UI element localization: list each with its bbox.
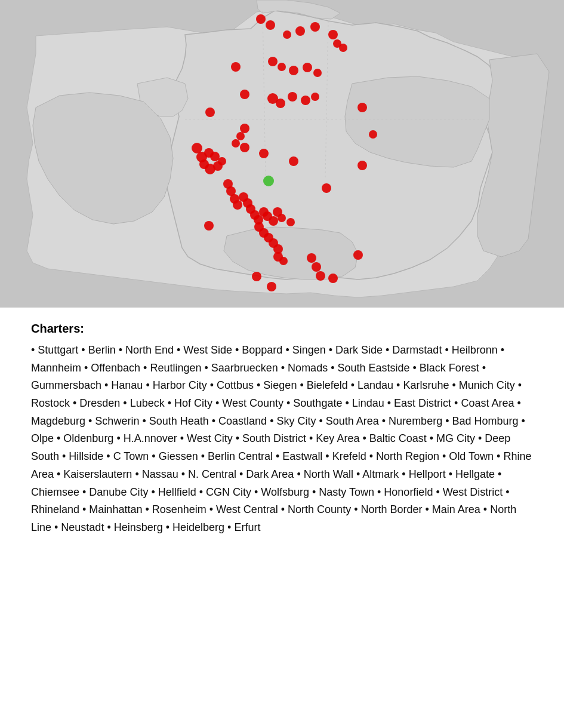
svg-point-73 xyxy=(328,274,338,283)
svg-point-41 xyxy=(289,156,298,166)
svg-point-14 xyxy=(268,57,278,66)
svg-point-72 xyxy=(316,271,325,281)
svg-point-15 xyxy=(278,63,286,71)
svg-point-70 xyxy=(307,253,316,263)
svg-point-58 xyxy=(204,221,214,231)
svg-point-71 xyxy=(312,262,321,272)
svg-point-68 xyxy=(252,272,261,281)
svg-point-74 xyxy=(263,176,274,186)
svg-point-67 xyxy=(353,250,363,260)
svg-point-35 xyxy=(218,157,226,165)
svg-point-8 xyxy=(295,26,305,36)
svg-point-57 xyxy=(278,214,286,222)
svg-point-5 xyxy=(256,14,266,24)
svg-point-38 xyxy=(232,139,240,148)
svg-point-39 xyxy=(240,143,249,152)
svg-point-23 xyxy=(301,96,310,105)
svg-point-40 xyxy=(259,149,269,158)
svg-point-22 xyxy=(288,92,297,102)
svg-point-43 xyxy=(357,161,367,170)
svg-point-55 xyxy=(269,216,278,226)
svg-point-42 xyxy=(322,183,331,193)
svg-point-36 xyxy=(240,124,249,133)
svg-point-37 xyxy=(236,132,245,140)
svg-point-26 xyxy=(369,130,377,139)
svg-point-27 xyxy=(205,107,215,117)
svg-point-12 xyxy=(339,44,347,52)
svg-point-47 xyxy=(233,200,242,210)
svg-point-13 xyxy=(231,62,241,72)
svg-point-17 xyxy=(303,63,312,72)
svg-point-10 xyxy=(328,30,338,39)
content-area: Charters: • Stuttgart • Berlin • North E… xyxy=(0,308,564,561)
svg-point-9 xyxy=(310,22,320,32)
svg-point-69 xyxy=(267,282,276,291)
map-area xyxy=(0,0,564,308)
svg-point-6 xyxy=(266,20,275,30)
svg-point-65 xyxy=(279,257,288,265)
svg-point-24 xyxy=(311,93,319,101)
svg-point-66 xyxy=(286,218,295,226)
charters-text: • Stuttgart • Berlin • North End • West … xyxy=(31,342,533,537)
svg-point-19 xyxy=(240,90,249,99)
svg-point-25 xyxy=(357,103,367,112)
svg-point-18 xyxy=(313,69,322,77)
svg-point-16 xyxy=(289,66,298,75)
svg-point-7 xyxy=(283,30,291,39)
charters-title: Charters: xyxy=(31,322,533,336)
svg-point-21 xyxy=(276,99,285,108)
map-svg xyxy=(0,0,564,308)
